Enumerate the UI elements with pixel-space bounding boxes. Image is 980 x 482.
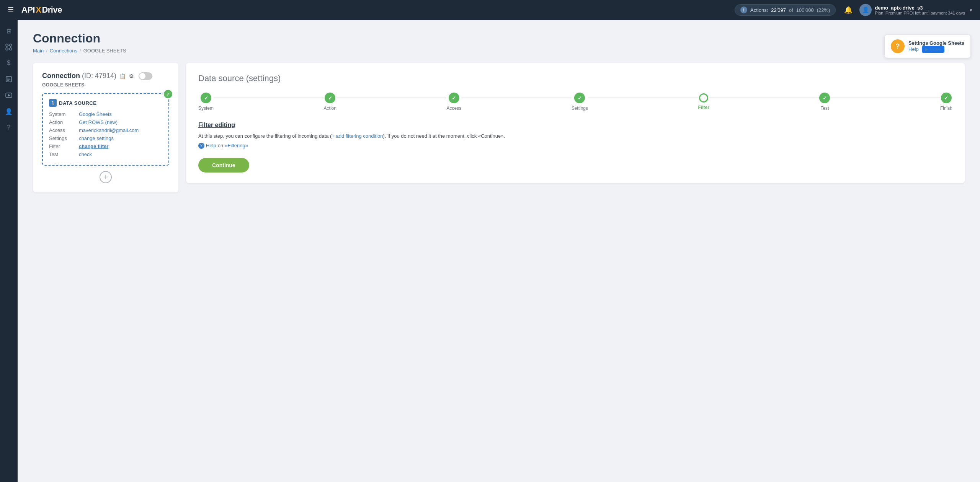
datasource-row-system: System Google Sheets [49,111,162,117]
copy-icon[interactable]: 📋 [119,73,126,79]
row-label: Action [49,119,76,125]
datasource-box: ✓ 1 DATA SOURCE System Google Sheets Act… [42,93,169,166]
step-finish: ✓ Finish [940,93,952,111]
filtering-link[interactable]: «Filtering» [225,143,248,148]
filter-title: Filter editing [198,122,952,129]
logo-api: API [21,5,35,15]
video-link[interactable]: ▶ Video [922,46,944,53]
sidebar-item-billing[interactable]: $ [2,56,16,70]
datasource-title: DATA SOURCE [59,100,96,106]
add-connection-button[interactable]: + [100,171,112,183]
cards-row: Connection (ID: 47914) 📋 ⚙ GOOGLE SHEETS… [33,63,965,192]
datasource-row-action: Action Get ROWS (new) [49,119,162,125]
sidebar-item-connections[interactable] [2,40,16,54]
connection-toggle[interactable] [139,72,152,80]
info-icon: i [740,7,747,13]
step-connector-4 [588,98,698,98]
row-label: Test [49,151,76,157]
steps-row: ✓ System ✓ Action ✓ Access [198,93,952,111]
svg-marker-13 [8,94,10,96]
step-label-access: Access [446,106,461,111]
step-circle-access: ✓ [449,93,459,103]
step-system: ✓ System [198,93,214,111]
sidebar-item-profile[interactable]: 👤 [2,104,16,119]
sidebar-item-dashboard[interactable]: ⊞ [2,24,16,38]
sidebar-item-help[interactable]: ? [2,120,16,135]
datasource-row-filter: Filter change filter [49,143,162,149]
actions-pct: (22%) [817,7,830,13]
step-connector-3 [461,98,572,98]
avatar: 👤 [859,4,872,16]
step-circle-action: ✓ [325,93,335,103]
step-action: ✓ Action [324,93,336,111]
service-label: GOOGLE SHEETS [42,82,169,88]
main-content: ? Settings Google Sheets Help ▶ Video Co… [18,20,980,482]
row-value-test[interactable]: check [79,151,92,157]
main-layout: ⊞ $ [0,20,980,482]
step-connector-1 [214,98,324,98]
filter-desc: At this step, you can configure the filt… [198,132,952,140]
row-label: Filter [49,143,76,149]
breadcrumb-main[interactable]: Main [33,48,44,54]
connection-title: Connection (ID: 47914) [42,72,116,80]
step-test: ✓ Test [819,93,830,111]
datasource-number: 1 [49,99,57,107]
actions-count: 22'097 [771,7,786,13]
row-label: Settings [49,135,76,141]
datasource-row-access: Access maverickandrii@gmail.com [49,127,162,133]
help-link[interactable]: Help [908,46,919,52]
chevron-down-icon: ▾ [970,7,972,13]
step-circle-filter [699,93,708,103]
step-label-settings: Settings [572,106,588,111]
row-label: System [49,111,76,117]
sidebar: ⊞ $ [0,20,18,482]
svg-point-1 [10,44,12,46]
datasource-row-test: Test check [49,151,162,157]
settings-icon[interactable]: ⚙ [129,73,134,79]
step-label-filter: Filter [698,105,709,110]
datasource-header: 1 DATA SOURCE [49,99,162,107]
actions-badge: i Actions: 22'097 of 100'000 (22%) [735,4,836,16]
row-value-action[interactable]: Get ROWS (new) [79,119,118,125]
help-text-link[interactable]: Help [206,143,216,148]
continue-button[interactable]: Continue [198,158,249,173]
topnav: ☰ APIXDrive i Actions: 22'097 of 100'000… [0,0,980,20]
step-circle-settings: ✓ [574,93,585,103]
step-label-finish: Finish [940,106,952,111]
breadcrumb-current: GOOGLE SHEETS [83,48,126,54]
connection-header: Connection (ID: 47914) 📋 ⚙ [42,72,169,80]
row-value-filter[interactable]: change filter [79,143,108,149]
step-label-system: System [198,106,214,111]
row-value-system[interactable]: Google Sheets [79,111,112,117]
breadcrumb: Main / Connections / GOOGLE SHEETS [33,48,965,54]
bell-icon[interactable]: 🔔 [844,6,853,14]
breadcrumb-sep-1: / [46,48,47,54]
svg-point-0 [6,44,8,46]
step-circle-test: ✓ [819,93,830,103]
user-info: demo_apix-drive_s3 Plan |Premium PRO| le… [875,5,965,15]
actions-total: 100'000 [796,7,814,13]
datasource-row-settings: Settings change settings [49,135,162,141]
help-widget: ? Settings Google Sheets Help ▶ Video [884,34,971,58]
connection-id: (ID: 47914) [82,72,116,80]
row-value-settings[interactable]: change settings [79,135,114,141]
logo: APIXDrive [21,5,62,15]
add-filter-condition-link[interactable]: + add filtering condition [332,133,383,139]
step-circle-finish: ✓ [941,93,952,103]
step-connector-2 [336,98,447,98]
row-value-access[interactable]: maverickandrii@gmail.com [79,127,139,133]
user-menu[interactable]: 👤 demo_apix-drive_s3 Plan |Premium PRO| … [859,4,972,16]
sidebar-item-youtube[interactable] [2,88,16,103]
step-circle-system: ✓ [201,93,211,103]
breadcrumb-connections[interactable]: Connections [50,48,77,54]
svg-point-2 [6,48,8,50]
datasource-card-title: Data source (settings) [198,73,952,83]
sidebar-item-tasks[interactable] [2,72,16,86]
svg-point-3 [10,48,12,50]
hamburger-icon[interactable]: ☰ [8,6,14,14]
help-circle-icon: ? [891,39,905,53]
logo-drive: Drive [42,5,62,15]
row-label: Access [49,127,76,133]
help-widget-title: Settings Google Sheets [908,40,964,46]
help-widget-body: Settings Google Sheets Help ▶ Video [908,40,964,53]
